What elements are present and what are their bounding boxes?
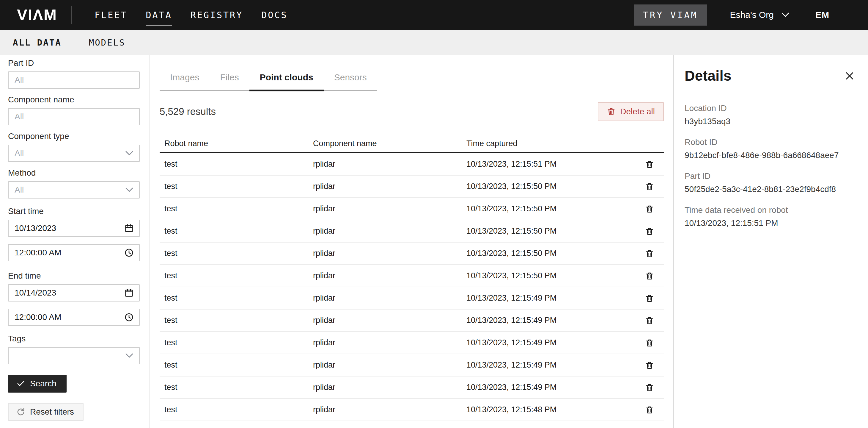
search-button[interactable]: Search [8,375,67,393]
table-row[interactable]: test rplidar 10/13/2023, 12:15:50 PM [160,220,664,242]
cell-time-captured: 10/13/2023, 12:15:49 PM [466,316,643,325]
trash-icon [645,272,654,280]
calendar-icon[interactable] [124,288,134,297]
results-count: 5,529 results [160,106,216,117]
row-delete-button[interactable] [643,180,656,193]
table-row[interactable]: test rplidar 10/13/2023, 12:15:49 PM [160,310,664,332]
nav-item-data[interactable]: DATA [146,0,172,30]
cell-robot-name: test [164,383,313,392]
table-row[interactable]: test rplidar 10/13/2023, 12:15:51 PM [160,153,664,176]
table-row[interactable]: test rplidar 10/13/2023, 12:15:50 PM [160,176,664,198]
tab-images[interactable]: Images [160,70,210,90]
user-avatar[interactable]: EM [815,10,829,20]
table-row[interactable]: test rplidar 10/13/2023, 12:15:49 PM [160,354,664,376]
tab-sensors[interactable]: Sensors [324,70,377,90]
component-type-label: Component type [8,131,140,141]
trash-icon [645,294,654,303]
table-row[interactable]: test rplidar 10/13/2023, 12:15:48 PM [160,421,664,428]
trash-icon [645,361,654,370]
row-delete-button[interactable] [643,292,656,305]
row-delete-button[interactable] [643,381,656,394]
row-delete-button[interactable] [643,202,656,216]
reset-filters-button[interactable]: Reset filters [8,403,84,421]
row-delete-button[interactable] [643,359,656,372]
row-delete-button[interactable] [643,225,656,238]
table-header-row: Robot name Component name Time captured [160,135,664,153]
table-row[interactable]: test rplidar 10/13/2023, 12:15:50 PM [160,242,664,265]
delete-all-button[interactable]: Delete all [598,102,664,121]
tags-select[interactable] [8,347,140,364]
nav-item-docs[interactable]: DOCS [261,0,287,30]
trash-icon [645,160,654,169]
trash-icon [645,338,654,347]
tab-all-data[interactable]: ALL DATA [13,37,62,48]
method-select[interactable]: All [8,181,140,199]
table-row[interactable]: test rplidar 10/13/2023, 12:15:49 PM [160,287,664,310]
cell-component-name: rplidar [313,160,466,169]
cell-component-name: rplidar [313,227,466,236]
table-row[interactable]: test rplidar 10/13/2023, 12:15:48 PM [160,399,664,421]
try-viam-button[interactable]: TRY VIAM [634,4,707,26]
row-delete-button[interactable] [643,158,656,171]
start-time-label: Start time [8,206,140,217]
table-row[interactable]: test rplidar 10/13/2023, 12:15:49 PM [160,332,664,354]
tab-point-clouds[interactable]: Point clouds [249,70,324,90]
column-header-time-captured: Time captured [466,139,643,148]
nav-item-registry[interactable]: REGISTRY [190,0,243,30]
trash-icon [645,249,654,258]
start-time-input[interactable] [8,244,140,261]
tab-models[interactable]: MODELS [89,37,125,48]
component-name-label: Component name [8,95,140,105]
top-nav-bar: VIΛM FLEET DATA REGISTRY DOCS TRY VIAM E… [0,0,868,30]
end-time-label: End time [8,271,140,281]
cell-component-name: rplidar [313,249,466,258]
end-date-input[interactable] [8,284,140,302]
component-type-select[interactable]: All [8,145,140,162]
cell-robot-name: test [164,160,313,169]
table-row[interactable]: test rplidar 10/13/2023, 12:15:49 PM [160,376,664,399]
tab-files[interactable]: Files [210,70,249,90]
row-delete-button[interactable] [643,314,656,327]
viam-logo[interactable]: VIΛM [17,6,57,24]
chevron-down-icon [125,188,133,192]
row-delete-button[interactable] [643,426,656,428]
table-row[interactable]: test rplidar 10/13/2023, 12:15:50 PM [160,265,664,287]
cell-time-captured: 10/13/2023, 12:15:51 PM [466,160,643,169]
header-right: TRY VIAM Esha's Org EM [634,4,829,26]
details-fields: Location ID h3yb135aq3 Robot ID 9b12ebcf… [685,104,856,228]
details-title: Details [685,67,731,84]
details-field: Robot ID 9b12ebcf-bfe8-486e-988b-6a66864… [685,138,856,160]
header-divider [71,6,72,24]
table-body: test rplidar 10/13/2023, 12:15:51 PM tes… [160,153,664,428]
cell-time-captured: 10/13/2023, 12:15:49 PM [466,361,643,370]
clock-icon[interactable] [124,313,134,322]
cell-robot-name: test [164,361,313,370]
calendar-icon[interactable] [124,224,134,233]
row-delete-button[interactable] [643,269,656,282]
row-delete-button[interactable] [643,403,656,417]
chevron-down-icon [781,12,789,17]
org-switcher[interactable]: Esha's Org [730,10,789,20]
clock-icon[interactable] [124,248,134,257]
data-main-panel: Images Files Point clouds Sensors 5,529 … [150,55,673,428]
cell-component-name: rplidar [313,293,466,303]
row-delete-button[interactable] [643,336,656,349]
nav-item-fleet[interactable]: FLEET [95,0,127,30]
refresh-icon [17,407,25,417]
cell-component-name: rplidar [313,316,466,325]
cell-component-name: rplidar [313,361,466,370]
start-date-input[interactable] [8,220,140,237]
content-area: Part ID Component name Component type Al… [0,55,868,428]
component-name-input[interactable] [8,108,140,125]
end-time-input[interactable] [8,309,140,326]
table-row[interactable]: test rplidar 10/13/2023, 12:15:50 PM [160,198,664,220]
tags-label: Tags [8,334,140,344]
row-delete-button[interactable] [643,247,656,260]
close-icon[interactable] [843,69,856,82]
method-label: Method [8,168,140,178]
cell-time-captured: 10/13/2023, 12:15:49 PM [466,293,643,303]
cell-component-name: rplidar [313,405,466,414]
part-id-input[interactable] [8,72,140,89]
trash-icon [607,107,616,116]
cell-robot-name: test [164,316,313,325]
